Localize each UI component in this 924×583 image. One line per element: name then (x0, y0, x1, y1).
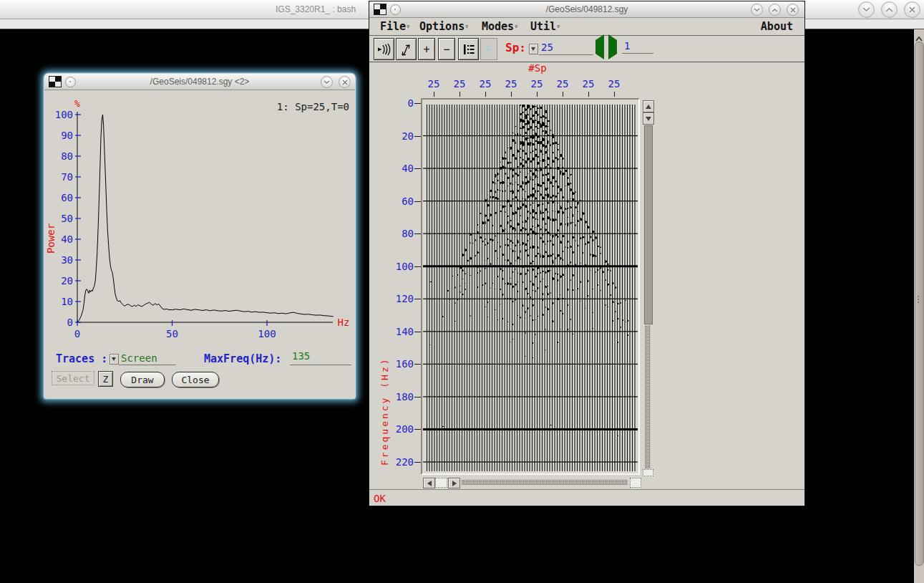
list-icon (462, 43, 476, 56)
menu-down-triangle-icon: ▿ (465, 22, 469, 30)
scroll-up-icon[interactable] (915, 31, 923, 39)
y-tick-label: 70 (61, 171, 73, 183)
zoom-out-button[interactable]: − (438, 38, 455, 60)
y-unit-label: % (74, 98, 80, 109)
close-icon (790, 7, 796, 13)
sp-tick-mark (614, 92, 615, 97)
menu-modes[interactable]: Modes▿ (482, 20, 518, 33)
y-tick-label: 0 (67, 317, 73, 328)
sp-tick-label: 25 (500, 78, 522, 90)
terminal-close-button[interactable] (904, 1, 920, 18)
traces-underline (119, 365, 176, 365)
spectrum-close-button[interactable] (339, 76, 351, 88)
vertical-scrollbar[interactable] (642, 99, 654, 476)
sp-tick-mark (434, 92, 434, 97)
sp-dropdown-button[interactable] (529, 44, 538, 54)
traces-dropdown-button[interactable] (110, 354, 119, 365)
z-button[interactable]: Z (98, 371, 113, 387)
terminal-title: IGS_3320R1_ : bash (276, 4, 356, 14)
filter-f-icon: F (486, 44, 492, 55)
main-maximize-button[interactable] (769, 4, 781, 16)
terminal-scrollbar-thumb[interactable] (915, 42, 924, 566)
scroll-up-button[interactable] (643, 100, 654, 112)
horizontal-scrollbar[interactable] (422, 477, 641, 488)
frequency-tick-mark (414, 299, 421, 299)
scroll-down-button[interactable] (643, 112, 654, 125)
plus-icon: + (423, 43, 429, 56)
frequency-tick-label: 0 (381, 97, 414, 109)
menu-about[interactable]: About (761, 20, 793, 33)
sp-tick-mark (563, 92, 563, 97)
seismic-wiggle-display[interactable] (422, 100, 638, 473)
spectrum-window: /GeoSeis/049812.sgy <2> 1: Sp=25,T=0 010… (44, 74, 355, 398)
sp-tick-label: 25 (526, 78, 548, 90)
y-tick-label: 20 (61, 275, 73, 286)
seismic-plot-frame (421, 98, 640, 475)
menu-util[interactable]: Util▿ (530, 20, 560, 33)
scroll-left-button[interactable] (423, 478, 435, 488)
frequency-tick-mark (414, 233, 421, 234)
maxfreq-underline (290, 365, 351, 365)
frequency-tick-label: 40 (381, 163, 414, 174)
main-shade-button[interactable] (751, 4, 763, 16)
x-unit-label: Hz (338, 317, 350, 328)
main-close-button[interactable] (787, 4, 799, 16)
spectrum-shade-button[interactable] (321, 76, 333, 88)
traces-value-field[interactable]: Screen (121, 352, 157, 364)
frequency-tick-label: 20 (381, 130, 414, 142)
frequency-tick-mark (414, 462, 421, 463)
dropdown-triangle-icon (112, 357, 116, 363)
sp-tick-label: 25 (578, 78, 599, 90)
terminal-maximize-button[interactable] (881, 1, 898, 18)
sp-tick-mark (588, 92, 589, 97)
sp-field-underline (539, 54, 593, 55)
shot-source-button[interactable] (374, 38, 394, 60)
frequency-tick-mark (414, 332, 421, 332)
menu-options[interactable]: Options▿ (419, 20, 469, 33)
menu-down-triangle-icon: ▿ (514, 22, 518, 30)
terminal-scrollbar[interactable] (914, 29, 924, 583)
menu-down-triangle-icon: ▿ (406, 22, 410, 30)
main-window-titlebar[interactable]: /GeoSeis/049812.sgy (369, 1, 804, 18)
frequency-tick-mark (414, 364, 421, 365)
scrollbar-drag-box[interactable] (435, 478, 447, 488)
frequency-axis-label: Frequency (Hz) (379, 357, 390, 466)
frequency-tick-label: 60 (381, 196, 414, 207)
minus-icon: − (443, 43, 449, 56)
terminal-shade-button[interactable] (858, 1, 875, 18)
scrollbar-anchor[interactable] (630, 478, 641, 488)
y-tick-label: 40 (61, 233, 73, 245)
y-tick-label: 50 (61, 213, 73, 224)
frequency-tick-mark (414, 136, 421, 137)
menu-file[interactable]: File▿ (380, 20, 410, 33)
trace-list-button[interactable] (458, 38, 479, 60)
close-button[interactable]: Close (172, 372, 219, 387)
chevron-up-icon (772, 8, 778, 12)
frequency-tick-mark (414, 429, 421, 430)
next-sp-button[interactable] (608, 40, 617, 54)
left-arrow-icon (595, 34, 604, 59)
frequency-tick-label: 100 (381, 261, 414, 272)
down-triangle-icon (646, 117, 651, 124)
x-tick-label: 50 (166, 328, 178, 339)
draw-button[interactable]: Draw (120, 372, 165, 387)
counter-underline (622, 53, 653, 54)
close-icon (342, 80, 348, 85)
sp-tick-label: 25 (449, 78, 470, 90)
select-button-disabled: Select (52, 371, 94, 385)
sp-tick-label: 25 (552, 78, 573, 90)
scrollbar-proportion-bar[interactable] (644, 125, 653, 324)
zoom-in-button[interactable]: + (418, 38, 435, 60)
maxfreq-value-field[interactable]: 135 (292, 350, 310, 362)
y-tick-label: 60 (61, 192, 73, 203)
scroll-right-button[interactable] (448, 478, 460, 488)
frequency-tick-label: 120 (381, 293, 414, 304)
close-icon (909, 6, 915, 13)
geoseis-main-window: /GeoSeis/049812.sgy File▿ Options▿ Modes… (369, 1, 805, 506)
prev-sp-button[interactable] (595, 40, 604, 54)
trace-path-button[interactable] (396, 38, 417, 60)
y-tick-label: 100 (55, 109, 73, 120)
scrollbar-anchor[interactable] (643, 469, 653, 476)
sp-value-field[interactable]: 25 (541, 42, 553, 53)
counter-field[interactable]: 1 (624, 40, 630, 52)
